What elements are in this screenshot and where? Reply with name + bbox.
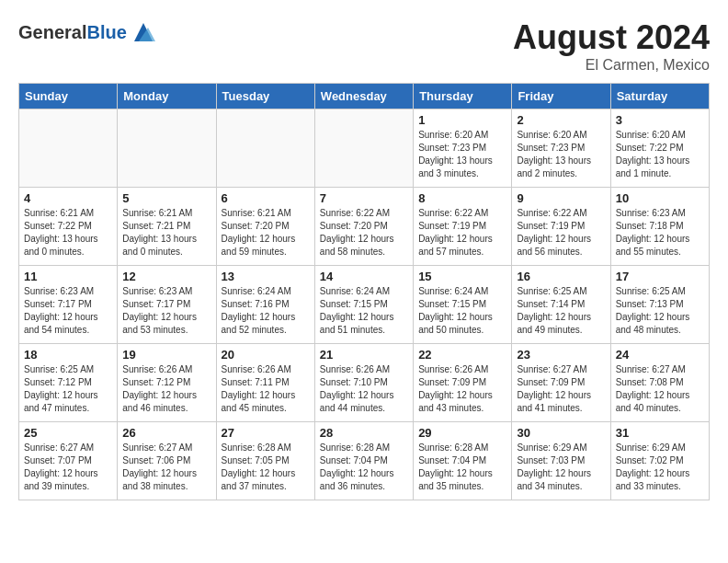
calendar-cell: 3Sunrise: 6:20 AM Sunset: 7:22 PM Daylig… [610,109,709,188]
calendar-cell: 23Sunrise: 6:27 AM Sunset: 7:09 PM Dayli… [512,344,610,422]
day-info: Sunrise: 6:22 AM Sunset: 7:20 PM Dayligh… [320,207,408,259]
day-number: 12 [122,270,210,283]
day-number: 24 [616,348,704,362]
calendar-cell: 17Sunrise: 6:25 AM Sunset: 7:13 PM Dayli… [610,266,709,344]
day-info: Sunrise: 6:21 AM Sunset: 7:20 PM Dayligh… [222,207,310,259]
calendar-cell: 11Sunrise: 6:23 AM Sunset: 7:17 PM Dayli… [19,266,118,344]
day-number: 10 [616,191,704,205]
logo-text: GeneralBlue [18,22,127,43]
calendar-week-2: 4Sunrise: 6:21 AM Sunset: 7:22 PM Daylig… [19,188,710,266]
calendar-cell: 14Sunrise: 6:24 AM Sunset: 7:15 PM Dayli… [314,266,413,344]
day-number: 9 [517,191,605,205]
day-number: 23 [517,348,605,362]
day-info: Sunrise: 6:27 AM Sunset: 7:09 PM Dayligh… [517,363,605,415]
day-number: 7 [320,191,408,205]
logo-blue: Blue [86,22,126,42]
day-info: Sunrise: 6:27 AM Sunset: 7:07 PM Dayligh… [24,442,112,493]
day-number: 22 [418,348,506,362]
day-info: Sunrise: 6:26 AM Sunset: 7:11 PM Dayligh… [222,363,310,415]
calendar-cell: 27Sunrise: 6:28 AM Sunset: 7:05 PM Dayli… [216,422,314,500]
calendar-cell: 7Sunrise: 6:22 AM Sunset: 7:20 PM Daylig… [314,188,413,266]
calendar-cell: 20Sunrise: 6:26 AM Sunset: 7:11 PM Dayli… [216,344,314,422]
location-subtitle: El Carmen, Mexico [513,57,710,74]
calendar-cell [216,109,314,188]
calendar-cell: 10Sunrise: 6:23 AM Sunset: 7:18 PM Dayli… [610,188,709,266]
calendar-cell: 5Sunrise: 6:21 AM Sunset: 7:21 PM Daylig… [118,188,216,266]
day-info: Sunrise: 6:22 AM Sunset: 7:19 PM Dayligh… [418,207,506,259]
calendar-cell: 13Sunrise: 6:24 AM Sunset: 7:16 PM Dayli… [216,266,314,344]
day-info: Sunrise: 6:20 AM Sunset: 7:23 PM Dayligh… [418,129,506,180]
calendar-cell: 21Sunrise: 6:26 AM Sunset: 7:10 PM Dayli… [314,344,413,422]
day-info: Sunrise: 6:27 AM Sunset: 7:06 PM Dayligh… [122,442,210,493]
day-number: 17 [616,270,704,283]
day-info: Sunrise: 6:20 AM Sunset: 7:22 PM Dayligh… [616,129,704,180]
calendar-cell: 4Sunrise: 6:21 AM Sunset: 7:22 PM Daylig… [19,188,118,266]
day-info: Sunrise: 6:29 AM Sunset: 7:02 PM Dayligh… [616,442,704,493]
day-number: 15 [418,270,506,283]
day-info: Sunrise: 6:23 AM Sunset: 7:18 PM Dayligh… [616,207,704,259]
day-number: 31 [616,426,704,440]
day-info: Sunrise: 6:23 AM Sunset: 7:17 PM Dayligh… [24,285,112,337]
calendar-cell: 9Sunrise: 6:22 AM Sunset: 7:19 PM Daylig… [512,188,610,266]
day-number: 21 [320,348,408,362]
calendar-week-1: 1Sunrise: 6:20 AM Sunset: 7:23 PM Daylig… [19,109,710,188]
calendar-cell: 25Sunrise: 6:27 AM Sunset: 7:07 PM Dayli… [19,422,118,500]
calendar-week-4: 18Sunrise: 6:25 AM Sunset: 7:12 PM Dayli… [19,344,710,422]
day-info: Sunrise: 6:20 AM Sunset: 7:23 PM Dayligh… [517,129,605,180]
calendar-cell: 19Sunrise: 6:26 AM Sunset: 7:12 PM Dayli… [118,344,216,422]
calendar-table: SundayMondayTuesdayWednesdayThursdayFrid… [18,83,710,500]
day-info: Sunrise: 6:24 AM Sunset: 7:15 PM Dayligh… [320,285,408,337]
weekday-header-saturday: Saturday [610,84,709,109]
day-number: 13 [222,270,310,283]
day-info: Sunrise: 6:25 AM Sunset: 7:14 PM Dayligh… [517,285,605,337]
calendar-cell: 26Sunrise: 6:27 AM Sunset: 7:06 PM Dayli… [118,422,216,500]
calendar-cell: 16Sunrise: 6:25 AM Sunset: 7:14 PM Dayli… [512,266,610,344]
day-number: 20 [222,348,310,362]
weekday-header-friday: Friday [512,84,610,109]
day-number: 30 [517,426,605,440]
day-number: 8 [418,191,506,205]
day-number: 27 [222,426,310,440]
weekday-header-thursday: Thursday [414,84,512,109]
day-info: Sunrise: 6:28 AM Sunset: 7:04 PM Dayligh… [320,442,408,493]
day-info: Sunrise: 6:25 AM Sunset: 7:12 PM Dayligh… [24,363,112,415]
day-number: 26 [122,426,210,440]
calendar-cell [118,109,216,188]
day-number: 3 [616,113,704,127]
day-number: 19 [122,348,210,362]
calendar-header-row: SundayMondayTuesdayWednesdayThursdayFrid… [19,84,710,109]
day-info: Sunrise: 6:28 AM Sunset: 7:05 PM Dayligh… [222,442,310,493]
calendar-cell: 30Sunrise: 6:29 AM Sunset: 7:03 PM Dayli… [512,422,610,500]
day-info: Sunrise: 6:23 AM Sunset: 7:17 PM Dayligh… [122,285,210,337]
day-info: Sunrise: 6:26 AM Sunset: 7:10 PM Dayligh… [320,363,408,415]
day-info: Sunrise: 6:24 AM Sunset: 7:15 PM Dayligh… [418,285,506,337]
calendar-cell: 28Sunrise: 6:28 AM Sunset: 7:04 PM Dayli… [314,422,413,500]
day-number: 6 [222,191,310,205]
weekday-header-sunday: Sunday [19,84,118,109]
calendar-cell: 24Sunrise: 6:27 AM Sunset: 7:08 PM Dayli… [610,344,709,422]
day-number: 18 [24,348,112,362]
calendar-cell: 18Sunrise: 6:25 AM Sunset: 7:12 PM Dayli… [19,344,118,422]
logo: GeneralBlue [18,18,157,46]
day-info: Sunrise: 6:29 AM Sunset: 7:03 PM Dayligh… [517,442,605,493]
day-info: Sunrise: 6:24 AM Sunset: 7:16 PM Dayligh… [222,285,310,337]
day-number: 16 [517,270,605,283]
day-number: 1 [418,113,506,127]
calendar-cell: 15Sunrise: 6:24 AM Sunset: 7:15 PM Dayli… [414,266,512,344]
calendar-cell: 29Sunrise: 6:28 AM Sunset: 7:04 PM Dayli… [414,422,512,500]
day-info: Sunrise: 6:26 AM Sunset: 7:12 PM Dayligh… [122,363,210,415]
month-year-title: August 2024 [513,18,710,57]
day-number: 14 [320,270,408,283]
logo-general: General [18,22,86,42]
calendar-cell [314,109,413,188]
day-info: Sunrise: 6:27 AM Sunset: 7:08 PM Dayligh… [616,363,704,415]
calendar-cell: 12Sunrise: 6:23 AM Sunset: 7:17 PM Dayli… [118,266,216,344]
day-number: 28 [320,426,408,440]
day-info: Sunrise: 6:21 AM Sunset: 7:21 PM Dayligh… [122,207,210,259]
page-header: GeneralBlue August 2024 El Carmen, Mexic… [18,18,710,74]
day-number: 25 [24,426,112,440]
calendar-cell: 2Sunrise: 6:20 AM Sunset: 7:23 PM Daylig… [512,109,610,188]
weekday-header-tuesday: Tuesday [216,84,314,109]
calendar-cell: 31Sunrise: 6:29 AM Sunset: 7:02 PM Dayli… [610,422,709,500]
weekday-header-monday: Monday [118,84,216,109]
